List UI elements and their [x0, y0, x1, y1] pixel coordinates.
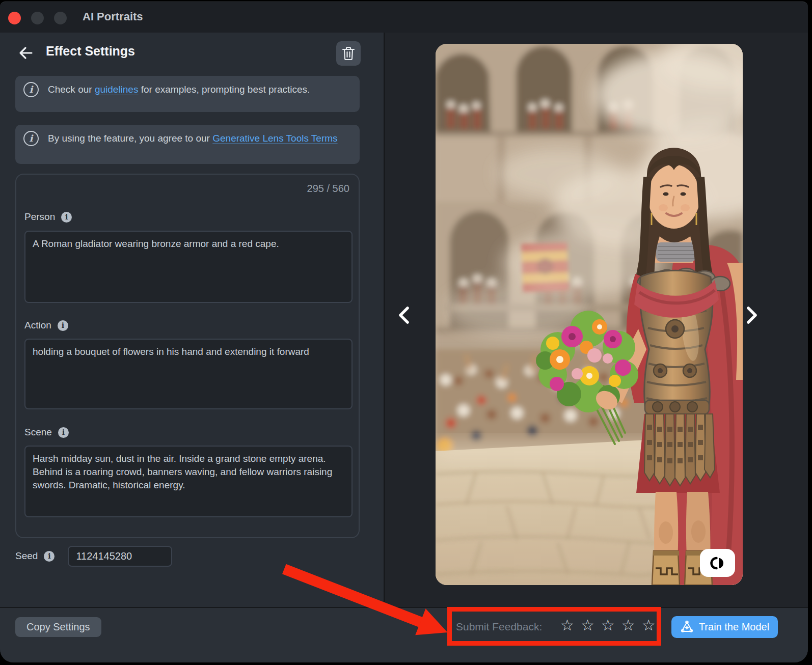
- action-textarea[interactable]: holding a bouquet of flowers in his hand…: [24, 339, 353, 409]
- window-title: AI Portraits: [83, 10, 143, 23]
- character-counter: 295 / 560: [307, 183, 349, 195]
- seed-row: Seed i: [15, 545, 172, 567]
- effect-settings-panel: Effect Settings i Check our guidelines f…: [0, 33, 385, 607]
- star-3[interactable]: ☆: [601, 617, 615, 634]
- generated-portrait-image: [436, 44, 743, 585]
- person-textarea[interactable]: A Roman gladiator wearing bronze armor a…: [24, 231, 353, 303]
- generative-lens-logo-icon: [680, 620, 694, 634]
- prompt-form-card: 295 / 560 Person i A Roman gladiator wea…: [15, 174, 360, 538]
- chevron-left-icon: [395, 304, 413, 326]
- panel-header: Effect Settings: [0, 40, 384, 66]
- main-content: Effect Settings i Check our guidelines f…: [0, 33, 808, 607]
- arrow-left-icon: [14, 44, 33, 62]
- delete-settings-button[interactable]: [336, 41, 361, 66]
- star-4[interactable]: ☆: [621, 617, 635, 634]
- terms-banner: i By using the feature, you agree to our…: [15, 125, 360, 164]
- terms-link[interactable]: Generative Lens Tools Terms: [212, 133, 337, 144]
- guidelines-banner-text: Check our guidelines for examples, promp…: [48, 83, 310, 96]
- star-rating: ☆ ☆ ☆ ☆ ☆: [560, 617, 656, 634]
- info-icon: i: [23, 131, 39, 146]
- trash-icon: [342, 46, 355, 61]
- guidelines-banner: i Check our guidelines for examples, pro…: [15, 76, 360, 112]
- scene-textarea[interactable]: Harsh midday sun, dust in the air. Insid…: [24, 446, 353, 517]
- info-icon[interactable]: i: [61, 212, 72, 223]
- person-label: Person i: [24, 211, 72, 223]
- info-icon[interactable]: i: [58, 320, 68, 331]
- terms-banner-text: By using the feature, you agree to our G…: [48, 132, 338, 145]
- submit-feedback-label: Submit Feedback:: [456, 621, 542, 633]
- previous-image-button[interactable]: [393, 304, 415, 326]
- info-icon: i: [23, 82, 39, 97]
- train-the-model-button[interactable]: Train the Model: [671, 616, 778, 638]
- bottom-action-bar: Copy Settings Submit Feedback: ☆ ☆ ☆ ☆ ☆…: [0, 607, 808, 662]
- back-button[interactable]: [14, 44, 33, 62]
- info-icon[interactable]: i: [58, 427, 69, 438]
- close-window-button[interactable]: [8, 12, 21, 24]
- page-title: Effect Settings: [46, 44, 135, 59]
- preview-area: [385, 33, 808, 607]
- compare-split-icon: [710, 557, 725, 570]
- seed-input[interactable]: [68, 546, 172, 567]
- next-image-button[interactable]: [741, 304, 763, 326]
- star-5[interactable]: ☆: [642, 617, 656, 634]
- zoom-window-button[interactable]: [54, 12, 67, 24]
- star-2[interactable]: ☆: [581, 617, 594, 634]
- scene-label: Scene i: [24, 427, 69, 438]
- star-1[interactable]: ☆: [560, 617, 574, 634]
- seed-label: Seed i: [15, 550, 55, 562]
- copy-settings-button[interactable]: Copy Settings: [15, 617, 101, 637]
- info-icon[interactable]: i: [44, 551, 55, 562]
- guidelines-link[interactable]: guidelines: [95, 84, 139, 95]
- action-label: Action i: [24, 320, 68, 331]
- title-bar: AI Portraits: [0, 2, 808, 33]
- compare-before-after-button[interactable]: [700, 549, 735, 577]
- app-window: AI Portraits Effect Settings: [0, 2, 808, 662]
- minimize-window-button[interactable]: [31, 12, 44, 24]
- chevron-right-icon: [743, 304, 761, 326]
